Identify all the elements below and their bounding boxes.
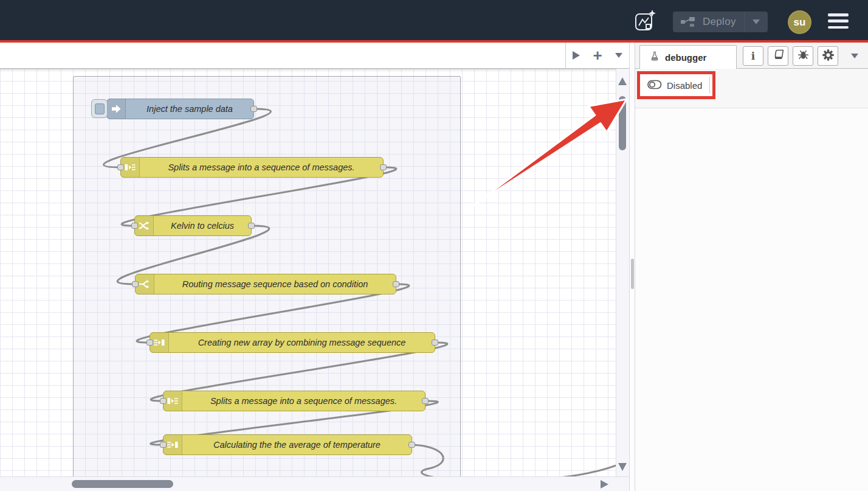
sidebar-tab-label: debugger <box>665 52 706 63</box>
add-flow-button[interactable]: + <box>593 49 602 61</box>
deploy-options-caret[interactable] <box>744 12 768 32</box>
flow-node-split2[interactable]: Splits a message into a sequence of mess… <box>163 391 425 411</box>
page-scrollbar[interactable] <box>629 43 635 491</box>
flow-node-split1[interactable]: Splits a message into a sequence of mess… <box>120 157 384 178</box>
deploy-icon <box>681 16 695 27</box>
flow-node-inject1[interactable]: Inject the sample data <box>106 99 254 119</box>
flask-icon <box>650 51 660 63</box>
flow-node-change1[interactable]: Kelvin to celcius <box>134 215 252 236</box>
horizontal-scrollbar[interactable] <box>0 476 629 491</box>
ai-assist-icon[interactable] <box>633 9 656 32</box>
node-output-port[interactable] <box>393 281 399 287</box>
flow-node-join1[interactable]: Creating new array by combining message … <box>150 332 435 353</box>
node-output-port[interactable] <box>250 106 257 112</box>
toggle-off-icon <box>647 80 662 91</box>
node-input-port[interactable] <box>132 281 139 287</box>
settings-button[interactable] <box>818 46 838 66</box>
node-output-port[interactable] <box>432 340 438 346</box>
bug-icon <box>797 49 809 63</box>
sidebar-tab-debugger[interactable]: debugger <box>639 45 737 69</box>
flow-tabstrip: + <box>0 43 629 69</box>
node-input-port[interactable] <box>117 164 124 170</box>
vertical-scroll-thumb[interactable] <box>619 96 626 150</box>
inject-icon <box>107 99 126 119</box>
flow-node-switch1[interactable]: Routing message sequence based on condit… <box>135 274 396 294</box>
docs-button[interactable] <box>768 46 788 66</box>
node-input-port[interactable] <box>160 442 167 448</box>
flow-tab-controls: + <box>565 43 629 68</box>
debug-toolbar: Disabled <box>635 69 868 108</box>
page-scroll-thumb[interactable] <box>631 259 634 289</box>
horizontal-scroll-thumb[interactable] <box>72 480 173 488</box>
inject-trigger-button[interactable] <box>91 99 108 118</box>
node-input-port[interactable] <box>146 340 153 346</box>
scroll-down-button[interactable] <box>618 463 627 471</box>
flow-list-caret[interactable] <box>615 53 622 58</box>
deploy-label: Deploy <box>703 16 736 28</box>
bug-button[interactable] <box>793 46 813 66</box>
node-label: Inject the sample data <box>126 99 253 119</box>
debug-disabled-toggle[interactable]: Disabled <box>640 74 712 96</box>
node-input-port[interactable] <box>160 398 167 404</box>
node-output-port[interactable] <box>380 164 387 170</box>
node-label: Calculating the the average of temperatu… <box>182 435 412 454</box>
debug-messages-panel <box>635 108 868 491</box>
gear-icon <box>822 49 834 63</box>
node-output-port[interactable] <box>422 398 429 404</box>
node-label: Kelvin to celcius <box>154 216 251 235</box>
disabled-label: Disabled <box>667 80 702 91</box>
scroll-right-button[interactable] <box>601 480 608 489</box>
node-input-port[interactable] <box>131 223 138 229</box>
flow-node-join2[interactable]: Calculating the the average of temperatu… <box>163 434 412 455</box>
sidebar: debugger i <box>635 43 868 491</box>
info-button[interactable]: i <box>743 46 763 66</box>
node-label: Routing message sequence based on condit… <box>154 274 396 294</box>
node-output-port[interactable] <box>408 442 415 448</box>
toolbar-divider <box>709 77 710 94</box>
header-bar: Deploy su <box>0 0 868 40</box>
vertical-scrollbar[interactable] <box>616 69 629 476</box>
node-red-editor: Deploy su + Inject the sample dataSplits… <box>0 0 868 491</box>
node-output-port[interactable] <box>248 223 255 229</box>
next-flow-button[interactable] <box>573 51 580 60</box>
node-label: Creating new array by combining message … <box>169 333 435 352</box>
deploy-button[interactable]: Deploy <box>673 12 768 32</box>
sidebar-collapse-caret[interactable] <box>846 46 864 66</box>
sidebar-tabstrip: debugger i <box>635 43 868 69</box>
flow-canvas[interactable]: Inject the sample dataSplits a message i… <box>0 69 616 491</box>
node-label: Splits a message into a sequence of mess… <box>182 391 425 411</box>
book-icon <box>773 49 784 63</box>
scroll-up-button[interactable] <box>618 77 627 85</box>
header-accent-line <box>0 40 868 43</box>
main-menu-button[interactable] <box>828 13 849 29</box>
node-label: Splits a message into a sequence of mess… <box>140 158 383 177</box>
user-avatar[interactable]: su <box>788 10 811 34</box>
